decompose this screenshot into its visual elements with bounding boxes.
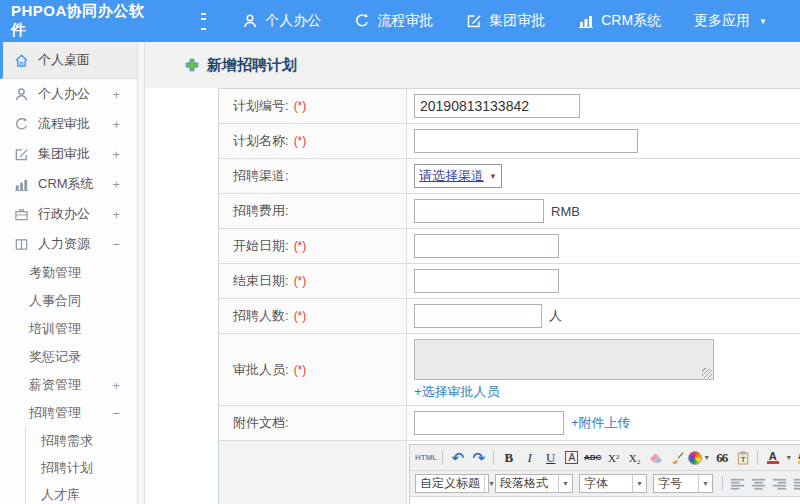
sidebar-item-workflow-approval[interactable]: 流程审批 + <box>0 109 137 139</box>
field-label: 计划名称: <box>233 132 289 150</box>
editor-content-area[interactable] <box>410 497 800 504</box>
field-label: 审批人员: <box>233 361 289 379</box>
eraser-button[interactable] <box>646 449 665 467</box>
start-date-input[interactable] <box>414 234 559 258</box>
expand-toggle[interactable]: + <box>112 117 120 132</box>
field-label: 结束日期: <box>233 272 289 290</box>
nav-label: 个人办公 <box>265 12 321 30</box>
sidebar-item-personal-office[interactable]: 个人办公 + <box>0 79 137 109</box>
nav-personal-office[interactable]: 个人办公 <box>242 12 321 30</box>
form-row-headcount: 招聘人数: (*) 人 <box>219 299 800 334</box>
field-value-cell: +选择审批人员 <box>407 334 800 405</box>
select-approvers-link[interactable]: +选择审批人员 <box>414 383 500 401</box>
attachment-input[interactable] <box>414 411 564 435</box>
sidebar-item-talent-pool[interactable]: 人才库 <box>26 481 137 504</box>
align-right-button[interactable] <box>770 475 789 493</box>
format-brush-button[interactable] <box>667 449 686 467</box>
nav-group-approval[interactable]: 集团审批 <box>466 12 545 30</box>
chevron-down-icon: ▼ <box>558 475 572 492</box>
superscript-button[interactable]: X² <box>604 449 623 467</box>
subscript-button[interactable]: X₂ <box>625 449 644 467</box>
field-label-cell: 审批人员: (*) <box>219 334 407 405</box>
nav-workflow-approval[interactable]: 流程审批 <box>354 12 433 30</box>
font-color-button[interactable]: A <box>763 449 782 467</box>
expand-toggle[interactable]: + <box>112 177 120 192</box>
nav-crm-system[interactable]: CRM系统 <box>578 12 661 30</box>
sidebar-item-admin-office[interactable]: 行政办公 + <box>0 199 137 229</box>
font-size-dropdown[interactable]: 字号 ▼ <box>653 474 713 493</box>
highlight-color-button[interactable]: ab <box>794 449 800 467</box>
edit-square-icon <box>14 147 29 162</box>
sidebar-item-salary-mgmt[interactable]: 薪资管理 + <box>0 371 137 399</box>
sidebar-item-crm-system[interactable]: CRM系统 + <box>0 169 137 199</box>
collapse-toggle[interactable]: − <box>112 237 120 252</box>
required-mark: (*) <box>294 99 307 113</box>
sidebar-item-attendance-mgmt[interactable]: 考勤管理 <box>0 259 137 287</box>
plan-name-input[interactable] <box>414 129 638 153</box>
style-box-button[interactable]: A <box>565 451 578 464</box>
sidebar-item-recruit-plan[interactable]: 招聘计划 <box>26 454 137 481</box>
expand-toggle[interactable]: + <box>112 87 120 102</box>
bar-chart-icon <box>14 177 29 192</box>
font-color-bar <box>767 461 779 464</box>
headcount-input[interactable] <box>414 304 542 328</box>
sidebar-item-group-approval[interactable]: 集团审批 + <box>0 139 137 169</box>
field-value-cell <box>407 124 800 158</box>
expand-toggle[interactable]: + <box>112 147 120 162</box>
underline-button[interactable]: U <box>541 449 560 467</box>
field-label: 计划编号: <box>233 97 289 115</box>
sidebar-item-recruit-demand[interactable]: 招聘需求 <box>26 427 137 454</box>
attachment-upload-link[interactable]: +附件上传 <box>571 414 631 432</box>
color-palette-button[interactable]: ▼ <box>688 449 710 467</box>
sidebar-scrollbar[interactable] <box>138 42 145 504</box>
align-center-button[interactable] <box>749 475 768 493</box>
sidebar-item-training-mgmt[interactable]: 培训管理 <box>0 315 137 343</box>
briefcase-icon <box>14 207 29 222</box>
field-value-cell: RMB <box>407 194 800 228</box>
sidebar-item-label: 人事合同 <box>29 292 81 310</box>
sidebar-item-personal-desktop[interactable]: 个人桌面 <box>0 42 137 79</box>
nav-more-apps[interactable]: 更多应用 ▼ <box>694 12 767 30</box>
recruit-plan-form: 计划编号: (*) 计划名称: (*) 招聘渠道: 请选择 <box>218 88 800 504</box>
svg-text:T: T <box>740 454 745 463</box>
bold-button[interactable]: B <box>499 449 518 467</box>
sidebar-item-reward-records[interactable]: 奖惩记录 <box>0 343 137 371</box>
chevron-down-icon[interactable]: ▼ <box>785 454 792 461</box>
html-source-button[interactable]: HTML <box>415 449 437 467</box>
user-icon <box>14 87 29 102</box>
approvers-textarea[interactable] <box>414 339 714 380</box>
sidebar-item-recruit-mgmt[interactable]: 招聘管理 − <box>0 399 137 427</box>
plan-number-input[interactable] <box>414 94 580 118</box>
italic-button[interactable]: I <box>520 449 539 467</box>
chevron-down-icon: ▼ <box>698 475 712 492</box>
end-date-input[interactable] <box>414 269 559 293</box>
expand-toggle[interactable]: + <box>112 207 120 222</box>
paste-as-text-button[interactable]: T <box>733 449 752 467</box>
paragraph-format-dropdown[interactable]: 段落格式 ▼ <box>495 474 573 493</box>
form-row-editor: HTML ↶ ↷ B I U A ABC X² X₂ <box>219 441 800 504</box>
expand-toggle[interactable]: + <box>112 378 120 393</box>
redo-button[interactable]: ↷ <box>469 449 488 467</box>
font-family-dropdown[interactable]: 字体 ▼ <box>579 474 647 493</box>
blockquote-button[interactable]: 66 <box>712 449 731 467</box>
sidebar-item-hr-contract[interactable]: 人事合同 <box>0 287 137 315</box>
required-mark: (*) <box>294 134 307 148</box>
align-left-button[interactable] <box>728 475 747 493</box>
field-value-cell <box>407 89 800 123</box>
hamburger-menu-icon[interactable] <box>201 13 206 30</box>
recruit-cost-input[interactable] <box>414 199 544 223</box>
custom-heading-dropdown[interactable]: 自定义标题 ▼ <box>415 474 489 493</box>
field-label: 开始日期: <box>233 237 289 255</box>
field-label-cell: 结束日期: (*) <box>219 264 407 298</box>
required-mark: (*) <box>294 363 307 377</box>
undo-button[interactable]: ↶ <box>448 449 467 467</box>
sidebar-item-human-resources[interactable]: 人力资源 − <box>0 229 137 259</box>
align-justify-button[interactable] <box>791 475 800 493</box>
strikethrough-button[interactable]: ABC <box>583 449 602 467</box>
field-label: 招聘人数: <box>233 307 289 325</box>
collapse-toggle[interactable]: − <box>112 406 120 421</box>
rich-text-editor: HTML ↶ ↷ B I U A ABC X² X₂ <box>409 444 800 504</box>
channel-select[interactable]: 请选择渠道 ▼ <box>414 164 502 188</box>
app-logo: PHPOA协同办公软件 <box>0 2 159 40</box>
sidebar-item-label: 人力资源 <box>38 235 90 253</box>
